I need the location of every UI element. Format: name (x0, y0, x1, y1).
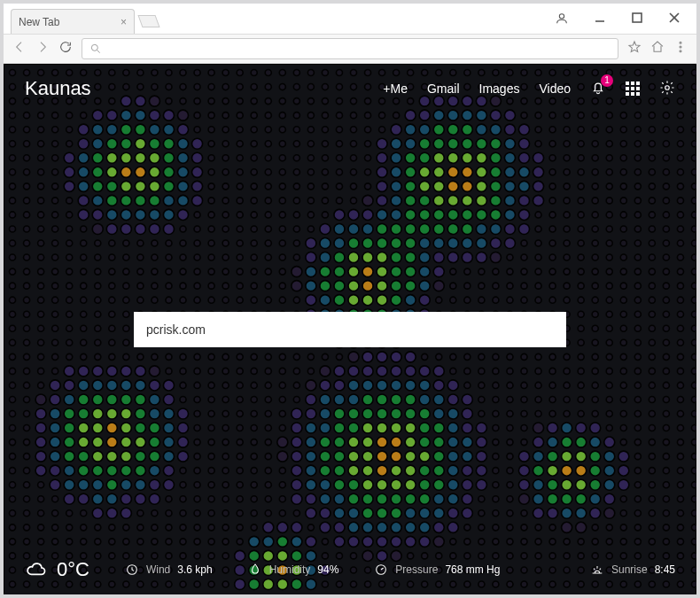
svg-point-1390 (106, 465, 117, 476)
svg-point-704 (109, 268, 115, 275)
svg-point-398 (634, 169, 641, 175)
svg-point-493 (592, 198, 598, 204)
svg-point-208 (24, 127, 30, 133)
svg-point-994 (52, 353, 58, 360)
svg-point-1087 (677, 368, 683, 374)
svg-point-421 (265, 183, 271, 190)
maximize-icon[interactable] (631, 12, 643, 26)
home-icon[interactable] (650, 40, 665, 58)
svg-point-1560 (433, 508, 444, 518)
svg-point-522 (307, 212, 314, 218)
svg-point-465 (192, 195, 203, 206)
svg-point-1362 (405, 451, 416, 462)
svg-point-1650 (322, 539, 328, 545)
svg-point-448 (649, 183, 655, 190)
svg-point-807 (180, 297, 186, 303)
browser-tab[interactable]: New Tab × (11, 9, 135, 34)
svg-point-719 (320, 267, 331, 277)
svg-point-1029 (549, 353, 556, 360)
svg-point-1549 (279, 510, 285, 516)
svg-point-1328 (620, 439, 626, 446)
apps-grid-icon[interactable] (626, 82, 640, 96)
close-icon[interactable] (668, 12, 681, 26)
svg-point-375 (307, 169, 314, 175)
svg-point-992 (24, 353, 30, 360)
svg-point-606 (109, 240, 115, 246)
svg-point-1078 (549, 368, 556, 374)
svg-point-1246 (149, 423, 159, 433)
svg-point-1489 (121, 493, 131, 504)
svg-point-1444 (180, 482, 186, 488)
notifications-button[interactable]: 1 (590, 80, 606, 98)
search-input[interactable] (134, 312, 566, 347)
svg-point-1381 (677, 454, 683, 460)
svg-point-652 (66, 254, 73, 260)
svg-point-436 (476, 181, 486, 191)
svg-point-212 (78, 124, 89, 135)
nav-link-images[interactable]: Images (479, 82, 520, 96)
svg-point-742 (649, 268, 655, 275)
svg-point-232 (365, 127, 371, 133)
svg-point-218 (163, 124, 174, 135)
svg-point-1455 (334, 479, 345, 490)
svg-point-1419 (518, 465, 529, 476)
svg-point-1415 (462, 465, 472, 476)
svg-point-1195 (121, 408, 131, 419)
account-icon[interactable] (555, 12, 569, 26)
svg-point-1311 (377, 437, 387, 447)
svg-point-1433 (24, 482, 30, 488)
search-hint-icon (89, 43, 102, 55)
svg-point-1271 (507, 425, 513, 431)
svg-point-318 (192, 152, 203, 163)
new-tab-button[interactable] (137, 15, 159, 27)
svg-point-983 (592, 339, 598, 346)
svg-point-512 (163, 209, 174, 220)
svg-point-777 (450, 283, 456, 289)
svg-point-1453 (306, 479, 316, 490)
svg-point-388 (490, 167, 501, 177)
svg-point-248 (592, 127, 598, 133)
svg-point-800 (81, 297, 87, 303)
gear-icon[interactable] (659, 80, 675, 98)
svg-point-1260 (348, 423, 359, 433)
svg-point-1340 (92, 451, 103, 462)
nav-link-video[interactable]: Video (539, 82, 571, 96)
svg-point-249 (606, 127, 612, 133)
svg-point-0 (559, 14, 564, 19)
svg-point-219 (177, 124, 188, 135)
svg-point-765 (279, 283, 285, 289)
svg-point-265 (135, 138, 145, 149)
omnibox[interactable] (82, 38, 618, 59)
svg-point-384 (433, 167, 444, 177)
svg-point-1398 (222, 468, 229, 474)
svg-point-650 (38, 254, 44, 260)
svg-point-429 (377, 181, 387, 191)
back-button[interactable] (12, 40, 27, 58)
svg-point-1659 (450, 539, 456, 545)
forward-button[interactable] (35, 40, 50, 58)
svg-point-773 (391, 281, 401, 291)
svg-point-1031 (578, 353, 584, 360)
minimize-icon[interactable] (594, 12, 606, 26)
svg-point-696 (691, 254, 696, 260)
svg-point-358 (64, 167, 74, 177)
svg-point-713 (237, 268, 243, 275)
browser-menu-icon[interactable] (673, 40, 688, 58)
nav-link-gmail[interactable]: Gmail (427, 82, 460, 96)
svg-point-1016 (362, 352, 373, 362)
svg-point-1049 (135, 366, 145, 377)
svg-point-1427 (634, 468, 641, 474)
svg-point-1034 (620, 353, 626, 360)
tab-close-icon[interactable]: × (121, 16, 127, 28)
svg-point-1350 (237, 454, 243, 460)
reload-button[interactable] (58, 40, 73, 58)
svg-point-537 (518, 209, 529, 220)
svg-point-1405 (320, 465, 331, 476)
svg-point-300 (634, 141, 641, 147)
svg-point-1224 (535, 410, 541, 416)
nav-link-me[interactable]: +Me (383, 82, 408, 96)
svg-point-1320 (507, 439, 513, 446)
star-icon[interactable] (627, 40, 642, 58)
svg-point-310 (78, 152, 89, 163)
svg-point-1182 (634, 396, 641, 402)
